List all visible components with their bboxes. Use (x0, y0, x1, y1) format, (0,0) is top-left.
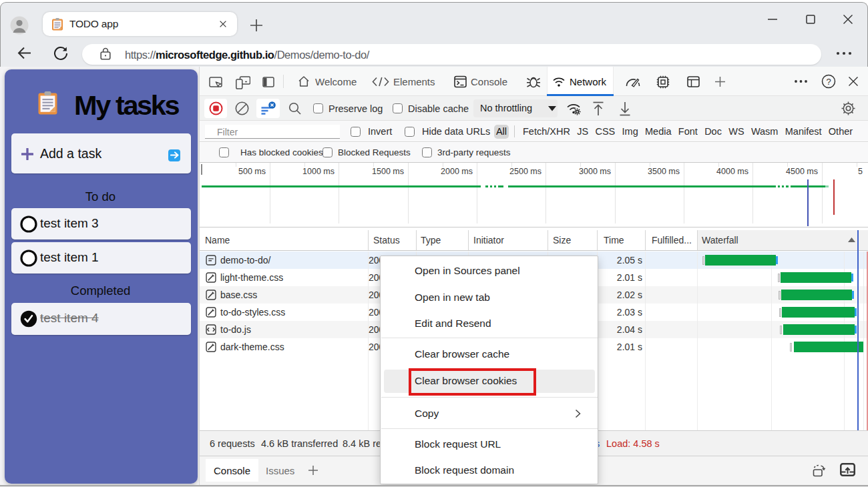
svg-text:?: ? (826, 77, 831, 87)
